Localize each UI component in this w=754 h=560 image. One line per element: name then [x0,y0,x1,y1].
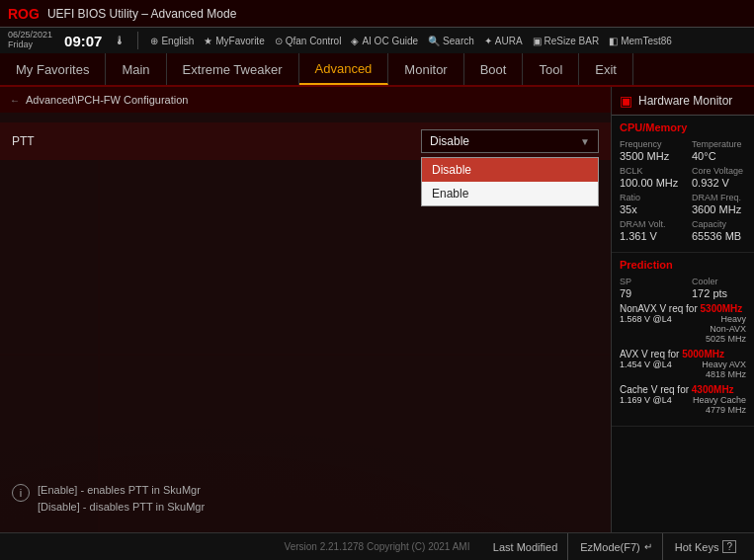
version-text: Version 2.21.1278 Copyright (C) 2021 AMI [285,541,470,552]
nav-item-favorites[interactable]: My Favorites [0,53,106,85]
core-voltage-label: Core Voltage [692,166,746,176]
breadcrumb: ← Advanced\PCH-FW Configuration [0,87,611,113]
avx-freq: 5000MHz [682,349,724,360]
hot-keys-button[interactable]: Hot Keys ? [665,533,746,560]
info-row: i [Enable] - enables PTT in SkuMgr [Disa… [12,482,599,517]
prediction-section: Prediction SP 79 Cooler 172 pts NonAVX V… [612,253,754,427]
language-icon: ⊕ [150,36,158,46]
back-arrow[interactable]: ← [10,95,20,106]
sp-cooler-row: SP 79 Cooler 172 pts [620,277,746,299]
avx-voltage: 1.454 V @L4 [620,360,672,369]
capacity-label: Capacity [692,219,746,229]
cooler-value: 172 pts [692,287,746,299]
nav-item-extreme-tweaker[interactable]: Extreme Tweaker [167,53,299,85]
cache-label: Cache V req for 4300MHz [620,384,746,395]
hot-keys-icon: ? [722,540,736,553]
cache-type: Heavy Cache [693,395,746,405]
nav-item-tool[interactable]: Tool [523,53,579,85]
avx-mhz-value: 4818 MHz [706,369,746,379]
cache-mhz-value: 4779 MHz [706,405,746,415]
ptt-dropdown-menu: Disable Enable [421,157,599,206]
frequency-value: 3500 MHz [620,150,674,162]
dram-freq-label: DRAM Freq. [692,193,746,202]
ptt-dropdown[interactable]: Disable ▼ [421,129,599,153]
dropdown-arrow-icon: ▼ [580,136,590,147]
qfan-label: Qfan Control [286,36,342,46]
resizebar-button[interactable]: ▣ ReSize BAR [533,36,600,46]
settings-content: PTT Disable ▼ Disable Enable [0,113,611,532]
ai-oc-button[interactable]: ◈ AI OC Guide [351,36,418,46]
memtest-button[interactable]: ◧ MemTest86 [609,36,672,46]
last-modified-label: Last Modified [493,541,557,553]
ptt-option-enable[interactable]: Enable [422,182,598,205]
datetime-display: 06/25/2021 Friday [8,31,52,50]
ez-mode-icon: ↵ [644,541,652,552]
sp-label: SP [620,277,674,286]
non-avx-label: NonAVX V req for 5300MHz [620,303,746,314]
ptt-option-disable[interactable]: Disable [422,158,598,182]
nav-item-advanced[interactable]: Advanced [299,53,389,85]
myfavorite-button[interactable]: ★ MyFavorite [204,36,264,46]
hw-monitor-header: ▣ Hardware Monitor [612,87,754,116]
ratio-label: Ratio [620,193,674,202]
cooler-col: Cooler 172 pts [692,277,746,299]
memtest-label: MemTest86 [621,36,672,46]
ez-mode-label: EzMode(F7) [580,541,640,553]
last-modified-button[interactable]: Last Modified [483,533,568,560]
info-panel: i [Enable] - enables PTT in SkuMgr [Disa… [0,474,611,524]
temperature-value: 40°C [692,150,746,162]
aura-button[interactable]: ✦ AURA [484,36,523,46]
avx-label: AVX V req for 5000MHz [620,349,746,360]
divider [137,32,138,49]
non-avx-type: Heavy [720,314,746,324]
info-line-2: [Disable] - disables PTT in SkuMgr [38,499,205,517]
non-avx-freq: 5300MHz [701,303,743,314]
main-layout: ← Advanced\PCH-FW Configuration PTT Disa… [0,87,754,532]
nav-item-exit[interactable]: Exit [579,53,633,85]
hw-core-voltage-col: Core Voltage 0.932 V [692,166,746,189]
cpu-memory-section: CPU/Memory Frequency 3500 MHz Temperatur… [612,116,754,253]
bclk-label: BCLK [620,166,678,176]
favorite-icon: ★ [204,36,212,46]
cache-freq: 4300MHz [692,384,734,395]
title-bar: ROG UEFI BIOS Utility – Advanced Mode [0,0,754,28]
nav-item-main[interactable]: Main [106,53,166,85]
ptt-dropdown-value: Disable [430,134,469,148]
avx-detail: 1.454 V @L4 Heavy AVX [620,360,746,369]
non-avx-detail: 1.568 V @L4 Heavy [620,314,746,324]
memtest-icon: ◧ [609,36,618,46]
hw-ratio-col: Ratio 35x [620,193,674,215]
cooler-label: Cooler [692,277,746,286]
qfan-button[interactable]: ⊙ Qfan Control [275,36,342,46]
hw-dram-freq-col: DRAM Freq. 3600 MHz [692,193,746,215]
info-bar: 06/25/2021 Friday 09:07 🌡 ⊕ English ★ My… [0,28,754,53]
info-line-1: [Enable] - enables PTT in SkuMgr [38,482,205,500]
hw-monitor-icon: ▣ [620,93,632,109]
avx-prediction: AVX V req for 5000MHz 1.454 V @L4 Heavy … [620,349,746,379]
non-avx-voltage: 1.568 V @L4 [620,314,672,324]
language-button[interactable]: ⊕ English [150,36,194,46]
ez-mode-button[interactable]: EzMode(F7) ↵ [570,533,663,560]
hw-dram-volt-col: DRAM Volt. 1.361 V [620,219,674,242]
sp-value: 79 [620,287,674,299]
hw-monitor-title: Hardware Monitor [638,94,732,108]
hw-freq-temp-row: Frequency 3500 MHz Temperature 40°C [620,139,746,162]
search-icon: 🔍 [428,36,440,46]
dram-freq-value: 3600 MHz [692,203,746,215]
info-text: [Enable] - enables PTT in SkuMgr [Disabl… [38,482,205,517]
hw-ratio-dram-row: Ratio 35x DRAM Freq. 3600 MHz [620,193,746,215]
ai-oc-icon: ◈ [351,36,359,46]
nav-item-monitor[interactable]: Monitor [388,53,463,85]
status-bar: Version 2.21.1278 Copyright (C) 2021 AMI… [0,532,754,560]
prediction-title: Prediction [620,259,746,271]
sp-col: SP 79 [620,277,674,299]
nav-item-boot[interactable]: Boot [464,53,524,85]
hw-bclk-voltage-row: BCLK 100.00 MHz Core Voltage 0.932 V [620,166,746,189]
temp-icon: 🌡 [114,34,126,47]
search-button[interactable]: 🔍 Search [428,36,474,46]
dram-volt-value: 1.361 V [620,230,674,242]
breadcrumb-path: Advanced\PCH-FW Configuration [26,94,188,106]
cpu-memory-title: CPU/Memory [620,121,746,133]
aura-icon: ✦ [484,36,492,46]
toolbar-icons: ⊕ English ★ MyFavorite ⊙ Qfan Control ◈ … [150,36,671,46]
